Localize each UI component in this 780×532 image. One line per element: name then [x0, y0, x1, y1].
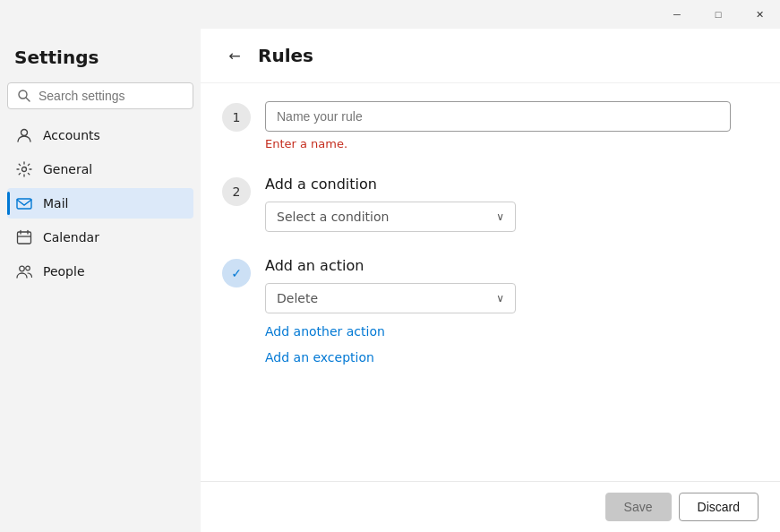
add-another-action-link[interactable]: Add another action	[265, 324, 385, 339]
discard-button[interactable]: Discard	[679, 493, 759, 521]
svg-point-9	[20, 266, 25, 271]
content-body: 1 Enter a name. 2 Add a condition Select…	[201, 83, 780, 481]
calendar-icon	[16, 229, 32, 245]
minimize-button[interactable]: ─	[656, 0, 698, 29]
condition-dropdown[interactable]: Select a condition ∨	[265, 202, 516, 232]
svg-point-3	[22, 167, 27, 172]
sidebar-item-mail[interactable]: Mail	[7, 188, 193, 219]
accounts-label: Accounts	[43, 128, 100, 142]
content-header: ← Rules	[201, 29, 780, 83]
titlebar: ─ □ ✕	[0, 0, 780, 29]
app-title: Settings	[7, 39, 193, 79]
step-2-number: 2	[222, 177, 251, 206]
sidebar-item-people[interactable]: People	[7, 256, 193, 287]
step-3-check: ✓	[222, 259, 251, 287]
search-box[interactable]	[7, 82, 193, 109]
step-3-content: Add an action Delete ∨ Add another actio…	[265, 257, 759, 365]
sidebar-item-calendar[interactable]: Calendar	[7, 222, 193, 253]
step-3: ✓ Add an action Delete ∨ Add another act…	[222, 257, 759, 365]
person-icon	[16, 127, 32, 143]
mail-icon	[16, 195, 32, 211]
general-label: General	[43, 162, 92, 176]
back-button[interactable]: ←	[222, 43, 247, 68]
condition-dropdown-label: Select a condition	[277, 210, 389, 224]
people-label: People	[43, 264, 85, 279]
chevron-down-icon: ∨	[496, 210, 504, 223]
content-area: ← Rules 1 Enter a name. 2 Add a conditio…	[201, 29, 780, 532]
close-button[interactable]: ✕	[739, 0, 780, 29]
people-icon	[16, 263, 32, 279]
calendar-label: Calendar	[43, 230, 99, 245]
step-2-label: Add a condition	[265, 176, 759, 193]
svg-rect-4	[17, 199, 31, 209]
main-window: Settings Accounts General	[0, 29, 780, 532]
content-footer: Save Discard	[201, 481, 780, 532]
sidebar-item-accounts[interactable]: Accounts	[7, 120, 193, 150]
mail-label: Mail	[43, 196, 68, 210]
svg-point-2	[21, 130, 28, 136]
step-2-content: Add a condition Select a condition ∨	[265, 176, 759, 232]
sidebar-item-general[interactable]: General	[7, 154, 193, 184]
svg-point-10	[26, 266, 30, 270]
name-error-text: Enter a name.	[265, 137, 759, 150]
sidebar: Settings Accounts General	[0, 29, 201, 532]
add-exception-link[interactable]: Add an exception	[265, 350, 374, 365]
save-button[interactable]: Save	[605, 493, 672, 521]
svg-rect-5	[18, 232, 31, 244]
step-1-number: 1	[222, 103, 251, 132]
step-3-label: Add an action	[265, 257, 759, 274]
page-title: Rules	[258, 45, 313, 66]
search-input[interactable]	[39, 89, 184, 103]
action-dropdown[interactable]: Delete ∨	[265, 283, 516, 313]
search-icon	[17, 89, 31, 103]
rule-name-input[interactable]	[265, 101, 731, 132]
step-1: 1 Enter a name.	[222, 101, 759, 150]
maximize-button[interactable]: □	[698, 0, 739, 29]
svg-line-1	[26, 98, 30, 101]
chevron-down-icon-2: ∨	[496, 292, 504, 305]
action-dropdown-label: Delete	[277, 291, 318, 305]
step-1-content: Enter a name.	[265, 101, 759, 150]
gear-icon	[16, 161, 32, 177]
step-2: 2 Add a condition Select a condition ∨	[222, 176, 759, 232]
